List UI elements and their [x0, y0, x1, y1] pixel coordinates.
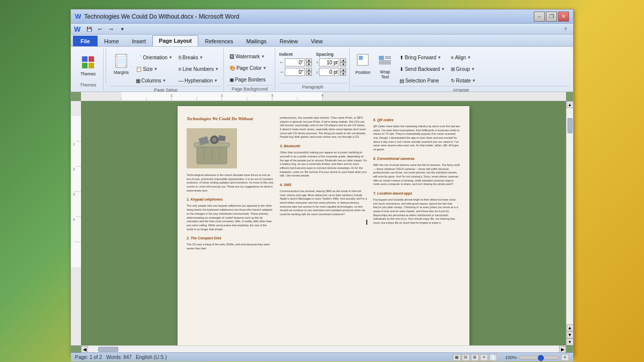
document-title: Technologies We Could Do Without — [187, 116, 274, 121]
page-container: Technologies We Could Do Without — [81, 101, 566, 345]
tab-mailings[interactable]: Mailings — [239, 36, 273, 46]
document-page[interactable]: Technologies We Could Do Without — [178, 106, 469, 345]
help-icon[interactable]: ? — [561, 25, 570, 34]
section-text-1: The only people who use keypad cellphone… — [187, 204, 274, 231]
align-button[interactable]: ≡ Align ▼ — [448, 52, 478, 63]
spacing-before-icon: ↑ — [316, 60, 318, 65]
scroll-right-button[interactable]: ▶ — [559, 346, 566, 353]
zoom-in-button[interactable]: + — [561, 354, 569, 361]
vertical-scrollbar[interactable]: ▲ ▲ ▼ ▼ — [566, 101, 573, 345]
size-arrow: ▼ — [153, 67, 157, 71]
page-borders-button[interactable]: ▣ Page Borders — [227, 74, 269, 85]
restore-button[interactable]: ❐ — [546, 12, 557, 22]
send-backward-button[interactable]: ⬇ Send Backward ▼ — [397, 63, 447, 74]
zoom-thumb[interactable] — [538, 355, 544, 361]
wrap-text-button[interactable]: Wrap Text — [374, 50, 396, 81]
size-label: Size — [143, 66, 152, 72]
bring-forward-button[interactable]: ⬆ Bring Forward ▼ — [397, 52, 447, 63]
tab-page-layout[interactable]: Page Layout — [152, 35, 198, 46]
indent-right-down[interactable]: ▼ — [306, 72, 312, 76]
full-screen-view[interactable]: ⊟ — [462, 354, 470, 361]
orientation-button[interactable]: 📄 Orientation ▼ — [133, 52, 175, 63]
next-page-button[interactable]: ▼ — [567, 331, 574, 338]
section-heading-2: 2. The Compact Disk — [187, 236, 274, 240]
tab-file[interactable]: File — [73, 36, 98, 46]
columns-button[interactable]: ▦ Columns ▼ — [133, 75, 175, 86]
section-text-4: Communication has evolved, leaving SMS a… — [280, 190, 367, 217]
position-button[interactable]: Position — [353, 50, 373, 81]
breaks-arrow: ▼ — [199, 55, 203, 60]
redo-button[interactable]: ↪ — [107, 25, 116, 34]
indent-left-input[interactable] — [285, 58, 305, 66]
window-controls: – ❐ ✕ — [534, 12, 569, 22]
ribbon-group-arrange: Position Wrap Text — [351, 48, 571, 90]
minimize-button[interactable]: – — [534, 12, 545, 22]
group-button[interactable]: ⊞ Group ▼ — [448, 63, 478, 74]
column-2: predecessors, the cassette tape (shiver)… — [280, 116, 367, 345]
wrap-text-icon — [377, 52, 393, 69]
breaks-button[interactable]: ⎘ Breaks ▼ — [176, 52, 221, 63]
indent-right-up[interactable]: ▲ — [306, 68, 312, 72]
svg-rect-0 — [82, 56, 88, 62]
scroll-up-button[interactable]: ▲ — [567, 101, 574, 108]
indent-right-input[interactable] — [285, 68, 305, 76]
web-layout-view[interactable]: ⊞ — [471, 354, 479, 361]
tab-home[interactable]: Home — [98, 36, 125, 46]
indent-label: Indent — [279, 52, 312, 57]
tab-view[interactable]: View — [304, 36, 330, 46]
outline-view[interactable]: ≡ — [480, 354, 488, 361]
ribbon-tabs: File Home Insert Page Layout References … — [71, 35, 573, 47]
horizontal-scrollbar[interactable]: ◀ ▶ — [81, 345, 566, 352]
undo-button[interactable]: ↩ — [96, 25, 105, 34]
close-button[interactable]: ✕ — [558, 12, 569, 22]
tab-review[interactable]: Review — [273, 36, 304, 46]
zoom-slider[interactable] — [519, 355, 559, 359]
position-icon — [355, 52, 371, 70]
scroll-thumb-h[interactable] — [98, 347, 118, 352]
svg-rect-45 — [194, 143, 229, 147]
section-text-6: With the rise of smart phones came the f… — [373, 163, 460, 187]
spacing-before-down[interactable]: ▼ — [340, 62, 346, 66]
themes-button[interactable]: Themes — [77, 51, 99, 82]
scroll-down-button[interactable]: ▼ — [567, 338, 574, 345]
scroll-left-button[interactable]: ◀ — [81, 346, 88, 353]
print-layout-view[interactable]: ▦ — [453, 354, 461, 361]
selection-pane-button[interactable]: ▤ Selection Pane — [397, 75, 447, 86]
rotate-button[interactable]: ↻ Rotate ▼ — [448, 75, 478, 86]
rotate-label: Rotate — [456, 78, 470, 83]
orientation-label: Orientation — [143, 55, 168, 60]
customize-quick-access[interactable]: ▼ — [118, 25, 127, 34]
draft-view[interactable]: 📄 — [489, 354, 497, 361]
word-icon: W — [75, 13, 81, 20]
columns-label: Columns — [141, 78, 161, 83]
section-heading-5: 5. QR codes — [373, 118, 460, 122]
margins-button[interactable]: Margins — [110, 50, 132, 81]
margins-icon — [113, 52, 129, 70]
indent-left-up[interactable]: ▲ — [306, 58, 312, 62]
align-icon: ≡ — [451, 55, 454, 60]
ribbon-group-page-background: 🖼 Watermark ▼ 🎨 Page Color ▼ ▣ Page Bord… — [225, 48, 275, 90]
scroll-thumb-v[interactable] — [568, 118, 573, 133]
tab-insert[interactable]: Insert — [125, 36, 152, 46]
margins-label: Margins — [114, 70, 129, 75]
window-title: Technologies We Could Do Without.docx - … — [84, 13, 239, 20]
word-window: W Technologies We Could Do Without.docx … — [70, 9, 574, 356]
columns-arrow: ▼ — [162, 78, 166, 83]
page-info: Page: 1 of 2 — [75, 354, 102, 360]
spacing-before-up[interactable]: ▲ — [340, 58, 346, 62]
indent-left-down[interactable]: ▼ — [306, 62, 312, 66]
rotate-icon: ↻ — [451, 78, 455, 83]
size-button[interactable]: 📋 Size ▼ — [133, 63, 175, 74]
watermark-button[interactable]: 🖼 Watermark ▼ — [227, 51, 269, 62]
spacing-after-icon: ↓ — [316, 69, 318, 74]
spacing-after-input[interactable] — [319, 68, 339, 76]
prev-page-button[interactable]: ▲ — [567, 324, 574, 331]
page-color-button[interactable]: 🎨 Page Color ▼ — [227, 62, 269, 73]
line-numbers-button[interactable]: ≡ Line Numbers ▼ — [176, 63, 221, 74]
spacing-before-input[interactable] — [319, 58, 339, 66]
tab-references[interactable]: References — [198, 36, 239, 46]
hyphenation-button[interactable]: — Hyphenation ▼ — [176, 75, 221, 86]
save-quick-button[interactable]: 💾 — [85, 25, 94, 34]
spacing-after-down[interactable]: ▼ — [340, 72, 346, 76]
spacing-after-up[interactable]: ▲ — [340, 68, 346, 72]
